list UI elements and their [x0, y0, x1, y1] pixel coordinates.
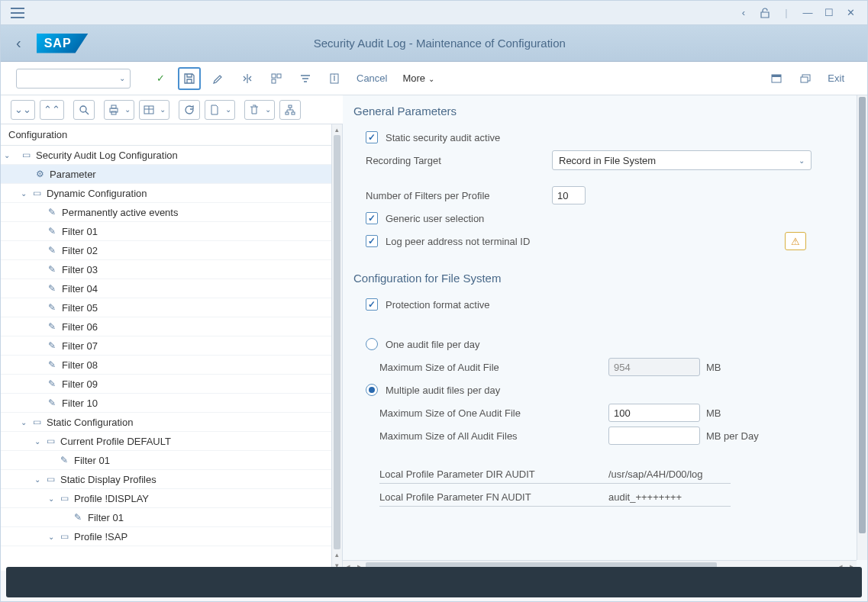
label-dir-audit: Local Profile Parameter DIR AUDIT — [353, 467, 608, 484]
tree-node-cp-filter[interactable]: ✎Filter 01 — [1, 451, 342, 470]
refresh-icon[interactable] — [179, 100, 200, 120]
checkbox-static-active[interactable] — [366, 131, 378, 143]
radio-multiple-per-day[interactable] — [366, 384, 378, 396]
config-tree[interactable]: ⌄Security Audit Log Configuration ⚙Param… — [1, 146, 342, 571]
tree-node-filter[interactable]: ✎Filter 02 — [1, 241, 342, 260]
lock-open-icon[interactable] — [757, 5, 773, 21]
scroll-up-icon[interactable]: ▴ — [332, 124, 342, 135]
checkbox-generic-user[interactable] — [366, 212, 378, 224]
minimize-icon[interactable]: — — [799, 5, 816, 21]
maximize-icon[interactable]: ☐ — [821, 5, 837, 21]
table-icon[interactable] — [139, 100, 169, 120]
tree-scrollbar[interactable]: ▴ ▴ ▾ — [331, 124, 342, 571]
input-max-one[interactable] — [608, 404, 700, 422]
tree-node-filter[interactable]: ✎Filter 10 — [1, 394, 342, 413]
tree-node-filter[interactable]: ✎Filter 01 — [1, 222, 342, 241]
form-vscrollbar[interactable] — [857, 95, 867, 560]
tree-node-static[interactable]: ⌄Static Configuration — [1, 413, 342, 432]
folder-icon — [19, 148, 33, 162]
cancel-button[interactable]: Cancel — [357, 72, 387, 84]
radio-one-per-day[interactable] — [366, 338, 378, 350]
svg-rect-6 — [772, 75, 781, 77]
tree-node-current-profile[interactable]: ⌄Current Profile DEFAULT — [1, 432, 342, 451]
tree-node-filter[interactable]: ✎Filter 09 — [1, 375, 342, 394]
print-icon[interactable] — [104, 100, 134, 120]
wand-icon: ✎ — [45, 396, 59, 410]
tree-node-pd-filter[interactable]: ✎Filter 01 — [1, 508, 342, 527]
tree-node-parameter[interactable]: ⚙Parameter — [1, 165, 342, 184]
window-icon-2[interactable] — [794, 67, 817, 90]
window-icon-1[interactable] — [765, 67, 788, 90]
sap-logo: SAP — [37, 34, 89, 53]
tree-node-profile-display[interactable]: ⌄Profile !DISPLAY — [1, 489, 342, 508]
svg-text:i: i — [334, 72, 336, 83]
label-log-peer: Log peer address not terminal ID — [386, 236, 530, 247]
tree-node-profile-sap[interactable]: ⌄Profile !SAP — [1, 527, 342, 546]
tree-node-static-display[interactable]: ⌄Static Display Profiles — [1, 470, 342, 489]
scroll-thumb[interactable] — [859, 97, 866, 533]
checkbox-log-peer[interactable] — [366, 235, 378, 247]
wand-icon: ✎ — [45, 301, 59, 314]
info-icon[interactable]: i — [323, 67, 346, 90]
label-recording-target: Recording Target — [353, 155, 552, 166]
filter-icon[interactable] — [294, 67, 317, 90]
folder-icon — [30, 186, 44, 200]
tree-node-dynamic[interactable]: ⌄Dynamic Configuration — [1, 184, 342, 203]
menu-icon[interactable] — [9, 5, 26, 21]
close-icon[interactable]: ✕ — [842, 5, 859, 21]
wand-icon: ✎ — [45, 358, 59, 372]
tree-node-root[interactable]: ⌄Security Audit Log Configuration — [1, 146, 342, 165]
exit-button[interactable]: Exit — [828, 72, 844, 84]
save-icon[interactable] — [178, 67, 201, 90]
document-icon[interactable] — [205, 100, 235, 120]
tree-node-filter[interactable]: ✎Filter 07 — [1, 336, 342, 356]
input-max-all[interactable] — [608, 427, 700, 445]
input-num-filters[interactable] — [552, 186, 586, 204]
accept-icon[interactable]: ✓ — [149, 67, 172, 90]
parameter-icon: ⚙ — [33, 167, 47, 181]
folder-icon — [44, 472, 57, 486]
unit-mb-1: MB — [706, 362, 721, 373]
tree-node-filter[interactable]: ✎Filter 05 — [1, 298, 342, 317]
folder-icon — [57, 491, 71, 505]
back-button[interactable]: ‹ — [16, 34, 21, 52]
wand-icon: ✎ — [45, 320, 59, 333]
warning-button[interactable]: ⚠ — [785, 232, 806, 250]
edit-icon[interactable] — [207, 67, 230, 90]
command-combo[interactable]: ⌄ — [16, 69, 131, 89]
tree-node-filter[interactable]: ✎Filter 06 — [1, 317, 342, 336]
wand-icon: ✎ — [45, 377, 59, 391]
tree-node-filter[interactable]: ✎Filter 03 — [1, 260, 342, 279]
scroll-up2-icon[interactable]: ▴ — [332, 549, 342, 560]
warning-icon: ⚠ — [791, 236, 800, 247]
tree-node-perm-active[interactable]: ✎Permanently active events — [1, 203, 342, 222]
folder-icon — [44, 434, 57, 448]
unit-mb-day: MB per Day — [706, 430, 759, 442]
back-nav-icon[interactable]: ‹ — [735, 5, 752, 21]
checkbox-protection[interactable] — [366, 298, 378, 311]
svg-rect-2 — [272, 79, 276, 83]
tree-node-filter[interactable]: ✎Filter 04 — [1, 279, 342, 298]
label-multiple-per-day: Multiple audit files per day — [386, 385, 500, 396]
section-general: General Parameters — [353, 95, 852, 125]
select-recording-target[interactable]: Record in File System⌄ — [552, 150, 812, 170]
more-button[interactable]: More ⌄ — [402, 72, 434, 84]
folder-icon — [30, 415, 44, 429]
wand-icon: ✎ — [45, 339, 59, 353]
compare-icon[interactable] — [236, 67, 259, 90]
hierarchy-icon[interactable] — [279, 100, 301, 120]
collapse-all-icon[interactable]: ⌃⌃ — [40, 100, 64, 120]
grid-icon[interactable] — [265, 67, 288, 90]
tree-node-filter[interactable]: ✎Filter 08 — [1, 356, 342, 375]
wand-icon: ✎ — [45, 282, 59, 295]
scroll-thumb[interactable] — [334, 135, 340, 549]
tree-toolbar: ⌄⌄ ⌃⌃ — [1, 95, 343, 124]
label-static-active: Static security audit active — [386, 132, 500, 143]
status-bar — [6, 567, 862, 597]
search-icon[interactable] — [73, 100, 95, 120]
label-max-one: Maximum Size of One Audit File — [353, 407, 608, 419]
expand-all-icon[interactable]: ⌄⌄ — [11, 100, 35, 120]
wand-icon: ✎ — [45, 205, 59, 219]
svg-rect-8 — [801, 77, 808, 82]
delete-icon[interactable] — [244, 100, 275, 120]
